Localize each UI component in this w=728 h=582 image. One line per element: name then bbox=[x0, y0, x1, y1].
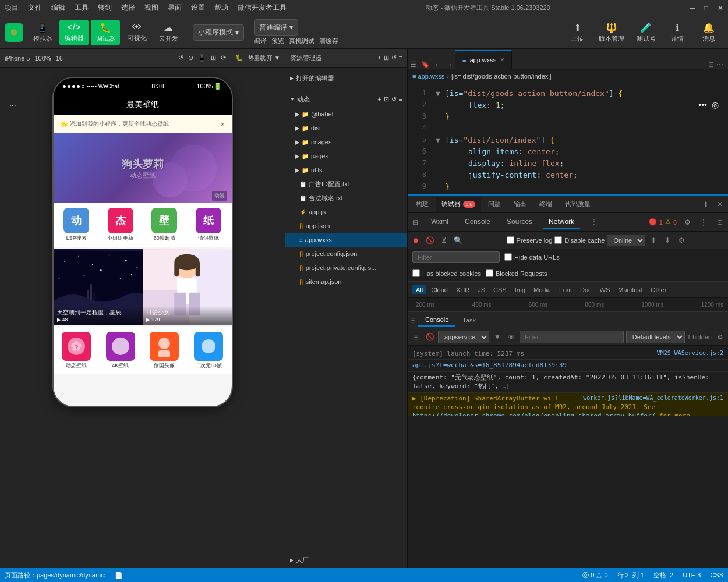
editor-forward-icon[interactable]: → bbox=[444, 61, 455, 69]
file-item-appwxss[interactable]: ≡ app.wxss bbox=[285, 233, 407, 247]
panel-tab-code-quality[interactable]: 代码质量 bbox=[559, 197, 596, 212]
category-item-update[interactable]: 杰 小姐姐更新 bbox=[100, 208, 142, 242]
blocked-requests-checkbox[interactable]: Blocked Requests bbox=[486, 269, 547, 277]
bottom-item-avatar[interactable]: 偷国头像 bbox=[144, 332, 186, 370]
menu-item-ui[interactable]: 界面 bbox=[168, 3, 182, 13]
file-item-pages[interactable]: ▶ 📁 pages bbox=[285, 149, 407, 163]
file-item-projectconfig[interactable]: {} project.config.json bbox=[285, 247, 407, 261]
split-editor-icon[interactable]: ⊟ bbox=[708, 61, 714, 69]
category-item-lsp[interactable]: 动 LSP搜索 bbox=[56, 208, 98, 242]
filter-input[interactable] bbox=[412, 251, 500, 263]
split-icon[interactable]: ⊞ bbox=[211, 54, 216, 62]
dt-tab-console[interactable]: Console bbox=[459, 215, 496, 229]
type-btn-css[interactable]: CSS bbox=[490, 285, 510, 294]
panel-tab-output[interactable]: 输出 bbox=[508, 197, 532, 212]
notification-close-icon[interactable]: ✕ bbox=[220, 121, 225, 127]
type-btn-js[interactable]: JS bbox=[474, 285, 489, 294]
grid-item-stars[interactable]: 天空朝到一定程度，星辰... ▶ 48 bbox=[54, 249, 143, 325]
console-settings-icon[interactable]: ⚙ bbox=[714, 331, 726, 343]
minimize-button[interactable]: ─ bbox=[690, 4, 695, 12]
menu-item-file[interactable]: 文件 bbox=[28, 3, 42, 13]
real-machine-button[interactable]: 真机调试 bbox=[289, 37, 314, 45]
preview-button[interactable]: 预览 bbox=[271, 37, 284, 45]
type-btn-doc[interactable]: Doc bbox=[577, 285, 595, 294]
dt-more-options-icon[interactable]: ⋮ bbox=[698, 217, 709, 228]
disable-cache-checkbox[interactable]: Disable cache bbox=[554, 236, 605, 244]
type-btn-all[interactable]: All bbox=[412, 285, 426, 294]
category-item-couple[interactable]: 纸 情侣壁纸 bbox=[188, 208, 229, 242]
type-btn-media[interactable]: Media bbox=[530, 285, 554, 294]
log-level-select[interactable]: Default levels bbox=[626, 331, 685, 343]
hide-data-urls-checkbox[interactable]: Hide data URLs bbox=[504, 253, 560, 261]
console-context-icon[interactable]: ▼ bbox=[492, 331, 503, 343]
open-editors-header[interactable]: ▶ 打开的编辑器 bbox=[285, 70, 407, 86]
preserve-log-input[interactable] bbox=[507, 236, 514, 244]
file-item-appjs[interactable]: ⚡ app.js bbox=[285, 205, 407, 219]
file-item-adconfig[interactable]: 📋 广告ID配置.txt bbox=[285, 177, 407, 191]
type-btn-img[interactable]: Img bbox=[511, 285, 529, 294]
new-file-icon[interactable]: + bbox=[377, 54, 381, 62]
refresh-icon[interactable]: ↺ bbox=[178, 54, 183, 62]
msg-source-4[interactable]: worker.js?libName=WA_celerateWorker.js:1 bbox=[583, 394, 723, 402]
dt-tab-more[interactable]: ⋮ bbox=[585, 215, 603, 229]
fold-icon-5[interactable]: ▼ bbox=[436, 134, 445, 147]
rotate-icon[interactable]: ⟳ bbox=[221, 54, 226, 62]
dt-sidebar-icon[interactable]: ⊟ bbox=[410, 218, 420, 226]
collapse-project-icon[interactable]: ≡ bbox=[399, 95, 402, 102]
blocked-cookies-checkbox[interactable]: Has blocked cookies bbox=[412, 269, 481, 277]
hotreload-toggle[interactable]: 热重载 开 ▼ bbox=[248, 54, 280, 62]
add-folder-icon[interactable]: ⊡ bbox=[384, 95, 389, 103]
phone-icon[interactable]: 📱 bbox=[198, 54, 206, 62]
console-tab-console[interactable]: Console bbox=[418, 314, 455, 327]
project-header[interactable]: ▼ 动态 + ⊡ ↺ ≡ bbox=[285, 91, 407, 107]
collapse-icon[interactable]: ≡ bbox=[399, 54, 402, 62]
console-filter-input[interactable] bbox=[520, 331, 624, 343]
clear-cache-button[interactable]: 清缓存 bbox=[319, 37, 338, 45]
hero-banner[interactable]: 狗头萝莉 动态壁纸 动漫 bbox=[54, 133, 232, 203]
dt-settings-icon[interactable]: ⚙ bbox=[681, 217, 693, 228]
dt-tab-wxml[interactable]: Wxml bbox=[425, 215, 454, 229]
throttle-up-icon[interactable]: ⬆ bbox=[648, 235, 659, 246]
throttle-select[interactable]: Online bbox=[607, 235, 645, 246]
menu-item-select[interactable]: 选择 bbox=[121, 3, 135, 13]
network-settings-icon[interactable]: ⚙ bbox=[676, 235, 687, 246]
refresh-project-icon[interactable]: ↺ bbox=[391, 95, 397, 103]
menu-item-wechat-tools[interactable]: 微信开发者工具 bbox=[238, 3, 287, 13]
file-item-dist[interactable]: ▶ 📁 dist bbox=[285, 121, 407, 135]
menu-item-view[interactable]: 视图 bbox=[144, 3, 158, 13]
type-btn-other[interactable]: Other bbox=[647, 285, 670, 294]
more-icon[interactable]: 🐛 bbox=[235, 54, 243, 62]
clear-network-button[interactable]: 🚫 bbox=[424, 235, 436, 246]
blocked-requests-input[interactable] bbox=[486, 269, 493, 277]
file-item-utils[interactable]: ▶ 📁 utils bbox=[285, 163, 407, 177]
console-eye-icon[interactable]: 👁 bbox=[506, 331, 517, 343]
disable-cache-input[interactable] bbox=[554, 236, 562, 244]
maximize-button[interactable]: □ bbox=[704, 4, 708, 12]
visualize-button[interactable]: 👁 可视化 bbox=[122, 20, 151, 45]
refresh-explorer-icon[interactable]: ↺ bbox=[391, 54, 397, 62]
close-button[interactable]: ✕ bbox=[718, 4, 723, 12]
dt-tab-sources[interactable]: Sources bbox=[501, 215, 538, 229]
detail-button[interactable]: ℹ 详情 bbox=[663, 20, 692, 45]
debugger-button[interactable]: 🐛 调试器 bbox=[91, 20, 120, 45]
file-item-images[interactable]: ▶ 📁 images bbox=[285, 135, 407, 149]
search-network-icon[interactable]: 🔍 bbox=[452, 235, 464, 246]
test-button[interactable]: 🧪 测试号 bbox=[631, 20, 660, 45]
bottom-item-4k[interactable]: 4K壁纸 bbox=[100, 332, 142, 370]
console-sidebar-icon[interactable]: ⊟ bbox=[408, 316, 418, 324]
bottom-item-dynamic[interactable]: 🌸 动态壁纸 bbox=[56, 332, 98, 370]
panel-close-icon[interactable]: ✕ bbox=[714, 198, 726, 210]
menu-item-tools[interactable]: 工具 bbox=[75, 3, 89, 13]
version-button[interactable]: 🔱 版本管理 bbox=[594, 20, 629, 45]
filter-icon[interactable]: ⊻ bbox=[438, 235, 450, 246]
simulator-button[interactable]: 📱 模拟器 bbox=[28, 20, 57, 45]
dt-tab-network[interactable]: Network bbox=[543, 215, 580, 229]
menu-item-settings[interactable]: 设置 bbox=[191, 3, 205, 13]
new-folder-icon[interactable]: ⊞ bbox=[384, 54, 389, 62]
file-item-domain[interactable]: 📋 合法域名.txt bbox=[285, 191, 407, 205]
code-editor[interactable]: 1 2 3 4 5 6 7 8 9 10 11 12 13 14 bbox=[408, 83, 728, 194]
type-btn-ws[interactable]: WS bbox=[596, 285, 614, 294]
msg-source-1[interactable]: VM29 WAService.js:2 bbox=[657, 349, 723, 357]
preserve-log-checkbox[interactable]: Preserve log bbox=[507, 236, 553, 244]
type-btn-font[interactable]: Font bbox=[556, 285, 575, 294]
